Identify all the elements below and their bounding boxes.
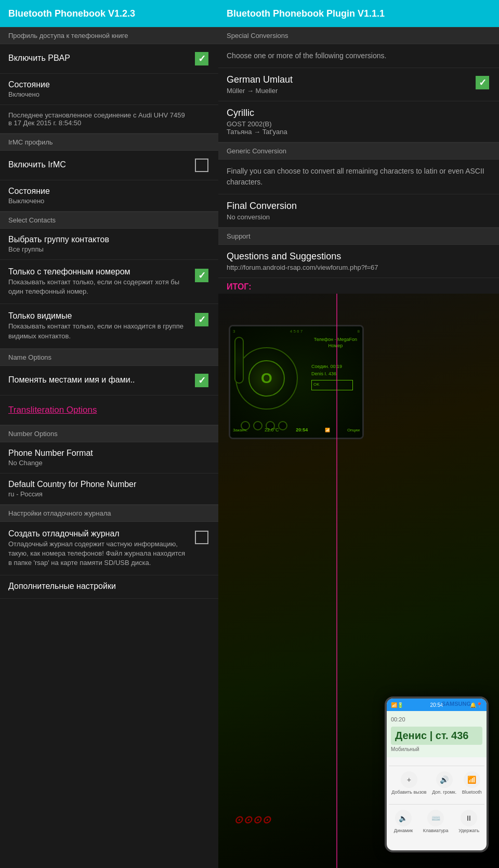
phone-only-checkbox[interactable]: ✓ — [193, 267, 210, 284]
pbap-enable-checkbox-checked: ✓ — [195, 52, 208, 65]
dash-info: Телефон - MegaFon Номер Соедин. 00:19 De… — [314, 337, 357, 349]
pbap-enable-title: Включить PBAP — [8, 54, 189, 63]
transliteration-link[interactable]: Transliteration Options — [0, 396, 218, 425]
right-header: Bluetooth Phonebook Plugin V1.1.1 — [218, 0, 499, 27]
additional-title: Дополнительные настройки — [8, 582, 210, 591]
gauge-inner: O — [248, 360, 285, 397]
irmc-checkbox-unchecked — [195, 159, 208, 172]
dash-signal: 📶 — [325, 428, 330, 432]
visible-only-content: Только видимые Показывать контакт только… — [8, 311, 189, 340]
generic-description: Finally you can choose to convert all re… — [218, 160, 499, 194]
contact-group-item[interactable]: Выбрать группу контактов Все группы — [0, 229, 218, 260]
dash-phone-label: Телефон - MegaFon — [314, 337, 357, 342]
contact-group-title: Выбрать группу контактов — [8, 235, 210, 244]
phone-call-timer: 00:20 — [391, 716, 482, 722]
dashboard-display: 3 4 5 6 7 8 O — [229, 325, 364, 439]
phone-format-value: No Change — [8, 459, 210, 467]
gauge-o-display: O — [261, 370, 272, 387]
german-umlaut-checkbox[interactable]: ✓ — [474, 74, 491, 91]
volume-icon: 🔊 — [436, 771, 453, 788]
section-generic: Generic Conversion — [218, 142, 499, 160]
bluetooth-btn[interactable]: 📶 Bluetooth — [462, 771, 482, 795]
debug-log-item[interactable]: Создать отладочный журнал Отладочный жур… — [0, 522, 218, 576]
dash-cancel: Заканч. — [233, 428, 247, 432]
section-debug: Настройки отладочного журнала — [0, 505, 218, 522]
dash-options: Опции — [347, 428, 360, 432]
german-umlaut-item[interactable]: German Umlaut Müller → Mueller ✓ — [218, 68, 499, 101]
german-umlaut-checkbox-checked: ✓ — [476, 76, 489, 89]
pbap-enable-item[interactable]: Включить PBAP ✓ — [0, 44, 218, 74]
speaker-label: Динамик — [394, 828, 413, 833]
add-call-icon: + — [401, 771, 417, 788]
section-irmc: IrMC профиль — [0, 134, 218, 151]
speaker-btn[interactable]: 🔈 Динамик — [394, 810, 413, 833]
debug-log-subtitle: Отладочный журнал содержит частную инфор… — [8, 540, 189, 568]
checkmark-icon-4: ✓ — [198, 376, 206, 385]
irmc-enable-title: Включить IrMC — [8, 160, 189, 169]
support-link: http://forum.android-rsap.com/viewforum.… — [227, 264, 491, 271]
phone-display: SAMSUNG 📶🔋 20:54 🔔📍 00:20 Денис | ст — [385, 696, 489, 852]
checkmark-icon-3: ✓ — [198, 315, 206, 324]
swap-name-checkbox-checked: ✓ — [195, 374, 208, 387]
cyrillic-content: Cyrillic GOST 2002(B)Татьяна → Tat'yana — [227, 108, 491, 136]
debug-log-checkbox[interactable] — [193, 529, 210, 546]
conversions-description: Choose one or more of the following conv… — [218, 44, 499, 68]
german-umlaut-title: German Umlaut — [227, 74, 470, 85]
samsung-label: SAMSUNG — [442, 701, 471, 707]
car-screen: 3 4 5 6 7 8 O — [218, 294, 499, 868]
country-item[interactable]: Default Country for Phone Number ru - Ро… — [0, 474, 218, 505]
dash-contact-name: Denis I. 436 — [311, 370, 353, 377]
add-call-label: Добавить вызов — [391, 790, 426, 795]
keypad-btn[interactable]: ⌨️ Клавиатура — [423, 810, 449, 833]
support-item[interactable]: Questions and Suggestions http://forum.a… — [218, 245, 499, 278]
checkmark-icon: ✓ — [198, 54, 206, 63]
irmc-state-value: Выключено — [8, 197, 210, 205]
support-title: Questions and Suggestions — [227, 251, 491, 262]
add-call-btn[interactable]: + Добавить вызов — [391, 771, 426, 795]
last-connection-text: Последнее установленное соединение с Aud… — [8, 111, 210, 127]
german-umlaut-subtitle: Müller → Mueller — [227, 87, 470, 95]
cyrillic-subtitle: GOST 2002(B)Татьяна → Tat'yana — [227, 120, 491, 136]
left-header: Bluetooth Phonebook V1.2.3 — [0, 0, 218, 27]
hold-label: Удержать — [458, 828, 479, 833]
phone-only-content: Только с телефонным номером Показывать к… — [8, 267, 189, 296]
pbap-state-item: Состояние Включено — [0, 74, 218, 105]
bluetooth-label: Bluetooth — [462, 790, 482, 795]
volume-label: Доп. громк. — [432, 790, 456, 795]
final-conversion-item[interactable]: Final Conversion No conversion — [218, 194, 499, 228]
pbap-state-value: Включено — [8, 90, 210, 98]
section-name: Name Options — [0, 349, 218, 366]
irmc-enable-item[interactable]: Включить IrMC — [0, 151, 218, 180]
debug-log-content: Создать отладочный журнал Отладочный жур… — [8, 529, 189, 568]
swap-name-item[interactable]: Поменять местами имя и фами.. ✓ — [0, 366, 218, 396]
visible-only-item[interactable]: Только видимые Показывать контакт только… — [0, 304, 218, 348]
irmc-state-title: Состояние — [8, 187, 210, 196]
dash-temperature: 22.0°C — [265, 427, 279, 432]
section-pbap: Профиль доступа к телефонной книге — [0, 27, 218, 44]
gauge-large: O — [235, 347, 298, 410]
swap-name-checkbox[interactable]: ✓ — [193, 372, 210, 389]
phone-format-item[interactable]: Phone Number Format No Change — [0, 442, 218, 474]
phone-buttons-row1: + Добавить вызов 🔊 Доп. громк. 📶 Bluetoo… — [389, 766, 484, 800]
phone-buttons-row2: 🔈 Динамик ⌨️ Клавиатура ⏸ Удержать — [389, 804, 484, 838]
volume-btn[interactable]: 🔊 Доп. громк. — [432, 771, 456, 795]
visible-only-checkbox[interactable]: ✓ — [193, 311, 210, 328]
irmc-state-item: Состояние Выключено — [0, 180, 218, 212]
bluetooth-icon: 📶 — [464, 771, 480, 788]
section-special: Special Conversions — [218, 27, 499, 44]
checkmark-icon-2: ✓ — [198, 271, 206, 280]
cyrillic-item[interactable]: Cyrillic GOST 2002(B)Татьяна → Tat'yana — [218, 101, 499, 142]
dash-ok-box: OK — [311, 380, 353, 390]
hold-btn[interactable]: ⏸ Удержать — [458, 810, 479, 833]
dash-call-info: Соедин. 00:19 Denis I. 436 OK — [311, 363, 353, 390]
irmc-enable-checkbox[interactable] — [193, 157, 210, 174]
dash-connect-time: Соедин. 00:19 — [311, 363, 353, 370]
visible-only-subtitle: Показывать контакт только, если он наход… — [8, 322, 189, 340]
pbap-enable-checkbox[interactable]: ✓ — [193, 50, 210, 67]
phone-only-item[interactable]: Только с телефонным номером Показывать к… — [0, 260, 218, 304]
dash-bottom: Заканч. 22.0°C 20:54 📶 Опции — [233, 427, 360, 432]
phone-format-title: Phone Number Format — [8, 449, 210, 458]
phone-time: 20:54 — [430, 702, 443, 708]
additional-item[interactable]: Дополнительные настройки — [0, 575, 218, 599]
left-panel: Bluetooth Phonebook V1.2.3 Профиль досту… — [0, 0, 218, 868]
